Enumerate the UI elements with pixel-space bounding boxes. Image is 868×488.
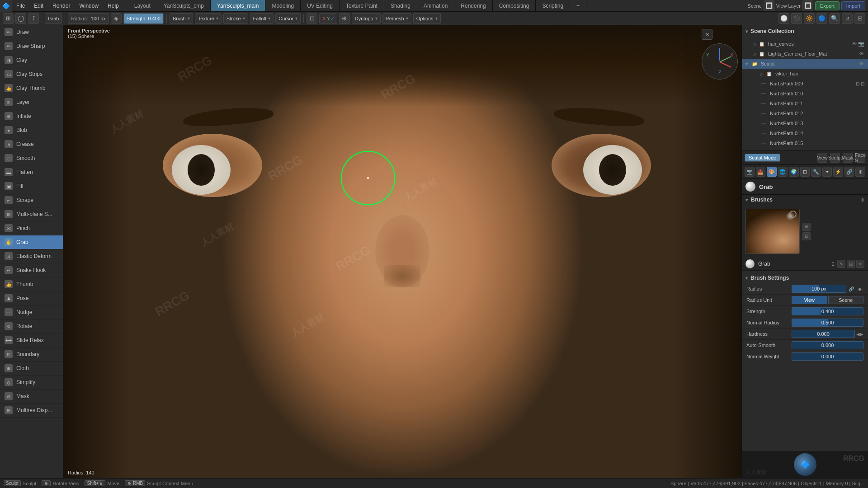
tool-multiplane[interactable]: ⊞ Multi-plane S... bbox=[0, 207, 63, 221]
menu-edit[interactable]: Edit bbox=[29, 0, 48, 11]
tool-pinch[interactable]: ⋈ Pinch bbox=[0, 221, 63, 235]
viewport-shading-4[interactable]: 🔵 bbox=[816, 13, 827, 24]
stroke-dropdown[interactable]: Stroke bbox=[223, 13, 248, 24]
toolbar-icon-3[interactable]: ⤴ bbox=[28, 13, 39, 24]
expand-2[interactable]: ▷ bbox=[753, 52, 758, 56]
tool-boundary[interactable]: ⊡ Boundary bbox=[0, 347, 63, 361]
tree-item-nurbs-015[interactable]: 〰 NurbsPath.015 bbox=[742, 138, 868, 148]
options-dropdown[interactable]: Options bbox=[413, 13, 441, 24]
prop-icon-object[interactable]: ⊡ bbox=[800, 167, 810, 177]
bs-autosmooth-bar[interactable]: 0.000 bbox=[792, 341, 863, 349]
scene-selector[interactable]: 🔳 bbox=[764, 0, 774, 11]
viewport[interactable]: RRCG 人人素材 RRCG 人人素材 RRCG 人人素材 RRCG RRCG … bbox=[63, 25, 741, 478]
brush-option-2[interactable]: ⊟ bbox=[802, 232, 811, 240]
prop-icon-constraints[interactable]: 🔗 bbox=[844, 167, 854, 177]
menu-render[interactable]: Render bbox=[48, 0, 75, 11]
prop-icon-extra[interactable]: ⊕ bbox=[855, 167, 865, 177]
brushes-arrow[interactable]: ▾ bbox=[745, 197, 748, 203]
bs-hardness-bar[interactable]: 0.000 bbox=[792, 330, 855, 338]
tab-layout[interactable]: Layout bbox=[128, 0, 157, 11]
brush-selector[interactable]: Grab bbox=[45, 13, 62, 24]
tool-pose[interactable]: ♟ Pose bbox=[0, 291, 63, 305]
tree-item-nurbs-012[interactable]: 〰 NurbsPath.012 bbox=[742, 108, 868, 118]
brush-settings-header[interactable]: ▾ Brush Settings bbox=[742, 273, 868, 283]
brush-delete-btn[interactable]: ✕ bbox=[856, 260, 864, 268]
menu-window[interactable]: Window bbox=[75, 0, 103, 11]
tool-clay-strips[interactable]: ▭ Clay Strips bbox=[0, 67, 63, 81]
z-axis[interactable]: Z bbox=[331, 16, 334, 21]
scene-collection-header[interactable]: Scene Collection bbox=[742, 25, 868, 37]
mode-mask[interactable]: Mask bbox=[843, 153, 853, 163]
toolbar-icon-1[interactable]: ⊞ bbox=[3, 13, 14, 24]
tree-item-viktor-hair[interactable]: ▷ 📋 viktor_hair bbox=[742, 69, 868, 79]
texture-dropdown[interactable]: Texture bbox=[195, 13, 222, 24]
brush-option-1[interactable]: ⊕ bbox=[802, 223, 811, 231]
tool-multires-disp[interactable]: ⊞ Multires Disp... bbox=[0, 404, 63, 418]
tool-clay-thumb[interactable]: 👍 Clay Thumb bbox=[0, 81, 63, 95]
tab-modeling[interactable]: Modeling bbox=[265, 0, 301, 11]
tool-simplify[interactable]: ◇ Simplify bbox=[0, 375, 63, 389]
prop-icon-world[interactable]: 🌍 bbox=[789, 167, 799, 177]
tab-animation[interactable]: Animation bbox=[417, 0, 454, 11]
menu-help[interactable]: Help bbox=[103, 0, 123, 11]
tree-item-lights[interactable]: ▷ 📋 Lights_Camera_Floor_Mat 👁 bbox=[742, 49, 868, 59]
remesh-dropdown[interactable]: Remesh bbox=[382, 13, 411, 24]
tool-slide-relax[interactable]: ⟷ Slide Relax bbox=[0, 333, 63, 347]
mirror-options[interactable]: ⊕ bbox=[339, 13, 350, 24]
tool-thumb[interactable]: 👍 Thumb bbox=[0, 277, 63, 291]
prop-icon-particles[interactable]: ✦ bbox=[822, 167, 832, 177]
tool-cloth[interactable]: ≋ Cloth bbox=[0, 361, 63, 375]
tool-clay[interactable]: ◑ Clay bbox=[0, 53, 63, 67]
import-button[interactable]: Import bbox=[841, 1, 865, 10]
prop-icon-active[interactable]: 🎨 bbox=[767, 167, 777, 177]
view-layer-selector[interactable]: 🔳 bbox=[802, 0, 813, 11]
tool-inflate[interactable]: ⊕ Inflate bbox=[0, 109, 63, 123]
tab-yansculpts-cmp[interactable]: YanSculpts_cmp bbox=[157, 0, 211, 11]
bs-normal-radius-bar[interactable]: 0.500 bbox=[792, 319, 863, 327]
strength-selector[interactable]: Strength 0.400 bbox=[123, 13, 164, 24]
tool-mask[interactable]: ⊘ Mask bbox=[0, 389, 63, 404]
tree-item-nurbs-010[interactable]: 〰 NurbsPath.010 bbox=[742, 89, 868, 99]
tool-nudge[interactable]: ↔ Nudge bbox=[0, 305, 63, 319]
brush-dropdown[interactable]: Brush bbox=[170, 13, 193, 24]
orientation-gizmo[interactable]: X Y Z bbox=[702, 43, 738, 80]
bs-radius-keyframe[interactable]: ◆ bbox=[856, 285, 863, 292]
bs-radius-bar[interactable]: 100 px bbox=[792, 285, 846, 293]
tool-rotate[interactable]: ↻ Rotate bbox=[0, 319, 63, 333]
viewport-shading-2[interactable]: ⚫ bbox=[791, 13, 802, 24]
y-axis[interactable]: Y bbox=[327, 16, 330, 21]
tool-smooth[interactable]: ◌ Smooth bbox=[0, 151, 63, 165]
tool-crease[interactable]: ∧ Crease bbox=[0, 137, 63, 151]
tab-shading[interactable]: Shading bbox=[384, 0, 417, 11]
tree-item-sculpt[interactable]: ▾ 📁 Sculpt 👁 bbox=[742, 59, 868, 69]
viewport-shading-3[interactable]: 🔆 bbox=[804, 13, 815, 24]
prop-icon-physics[interactable]: ⚡ bbox=[833, 167, 843, 177]
prop-icon-scene[interactable]: 🌐 bbox=[778, 167, 788, 177]
eye-toggle-1[interactable]: 👁 bbox=[852, 41, 857, 47]
tab-rendering[interactable]: Rendering bbox=[454, 0, 492, 11]
tool-scrape[interactable]: ⌐ Scrape bbox=[0, 193, 63, 207]
prop-icon-render[interactable]: 📷 bbox=[745, 167, 755, 177]
tab-yansculpts-main[interactable]: YanSculpts_main bbox=[211, 0, 266, 11]
export-button[interactable]: Export bbox=[815, 1, 840, 10]
tree-item-nurbs-013[interactable]: 〰 NurbsPath.013 bbox=[742, 118, 868, 128]
tree-item-nurbs-009[interactable]: 〰 NurbsPath.009 ⊡ ⊡ bbox=[742, 79, 868, 89]
tool-grab[interactable]: ✋ Grab bbox=[0, 235, 63, 249]
prop-icon-modifier[interactable]: 🔧 bbox=[811, 167, 821, 177]
prop-icon-output[interactable]: 📤 bbox=[756, 167, 766, 177]
camera-toggle-1[interactable]: 📷 bbox=[858, 41, 864, 47]
mode-view[interactable]: View bbox=[817, 153, 827, 163]
tab-add[interactable]: + bbox=[570, 0, 586, 11]
eye-toggle-2[interactable]: 👁 bbox=[859, 51, 864, 56]
falloff-dropdown[interactable]: Falloff bbox=[250, 13, 274, 24]
brushes-expand[interactable]: ⊕ bbox=[860, 197, 864, 203]
filter-btn[interactable]: ⊿ bbox=[842, 13, 853, 24]
search-btn[interactable]: 🔍 bbox=[829, 13, 840, 24]
bs-scene-btn[interactable]: Scene bbox=[828, 296, 864, 304]
tool-layer[interactable]: ≡ Layer bbox=[0, 95, 63, 109]
radius-toggle[interactable]: ◈ bbox=[111, 13, 122, 24]
tree-item-nurbs-014[interactable]: 〰 NurbsPath.014 bbox=[742, 128, 868, 138]
expand-sculpt[interactable]: ▾ bbox=[745, 61, 751, 66]
dyntopo-dropdown[interactable]: Dyntopo bbox=[352, 13, 381, 24]
tab-uv-editing[interactable]: UV Editing bbox=[301, 0, 340, 11]
